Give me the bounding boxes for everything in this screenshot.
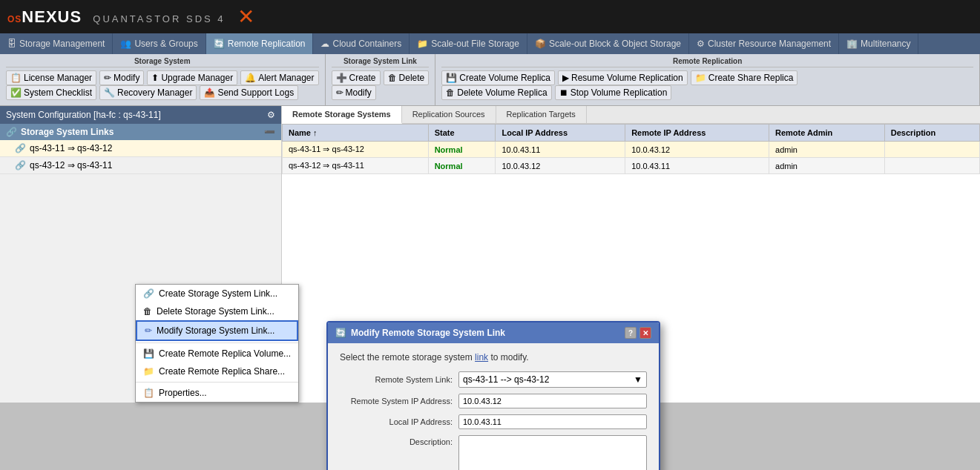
modify-link-button[interactable]: ✏ Modify: [332, 85, 376, 100]
alert-manager-button[interactable]: 🔔 Alert Manager: [240, 70, 318, 85]
tab-multi[interactable]: 🏢 Multitenancy: [839, 33, 918, 54]
tab-scaleblock[interactable]: 📦 Scale-out Block & Object Storage: [527, 33, 689, 54]
create-link-button[interactable]: ➕ Create: [332, 70, 381, 85]
toolbar: Storage System 📋 License Manager ✏ Modif…: [0, 54, 980, 106]
context-create-link[interactable]: 🔗 Create Storage System Link...: [136, 285, 298, 302]
dialog-header: 🔄 Modify Remote Storage System Link ? ✕: [328, 322, 659, 343]
description-label: Description:: [340, 435, 458, 446]
remote-ip-input[interactable]: [458, 394, 647, 408]
logs-icon: 📤: [204, 87, 215, 98]
tab-remote-storage-systems[interactable]: Remote Storage Systems: [282, 106, 402, 124]
tab-replication-targets[interactable]: Replication Targets: [496, 106, 587, 123]
row2-desc: [884, 158, 979, 174]
collapse-icon[interactable]: ➖: [264, 127, 275, 137]
delete-volume-replica-button[interactable]: 🗑 Delete Volume Replica: [441, 85, 551, 100]
row1-desc: [884, 142, 979, 158]
logs-label: Send Support Logs: [217, 87, 294, 98]
tab-multi-label: Multitenancy: [861, 39, 910, 49]
row2-state: Normal: [428, 158, 496, 174]
modify-link-dialog: 🔄 Modify Remote Storage System Link ? ✕ …: [326, 321, 660, 470]
dialog-description: Select the remote storage system link to…: [340, 352, 647, 363]
row1-admin: admin: [769, 142, 885, 158]
tab-scalefile-label: Scale-out File Storage: [431, 39, 519, 49]
remote-link-dropdown[interactable]: qs-43-11 --> qs-43-12 ▼: [458, 371, 647, 388]
ctx-props-label: Properties...: [159, 388, 207, 398]
link1-icon: 🔗: [15, 143, 26, 153]
ctx-modify-label: Modify Storage System Link...: [157, 325, 274, 336]
stop-label: Stop Volume Replication: [570, 87, 668, 98]
sidebar-header: System Configuration [ha-fc : qs-43-11] …: [0, 106, 281, 124]
description-textarea[interactable]: [458, 435, 647, 470]
resume-icon: ▶: [562, 73, 569, 83]
toolbar-row2-replication: 🗑 Delete Volume Replica ⏹ Stop Volume Re…: [441, 85, 973, 100]
dialog-desc-link: link: [475, 352, 488, 363]
context-create-replica-volume[interactable]: 💾 Create Remote Replica Volume...: [136, 345, 298, 363]
recovery-manager-button[interactable]: 🔧 Recovery Manager: [99, 85, 197, 100]
upgrade-label: Upgrade Manager: [161, 73, 233, 83]
tab-replication-sources[interactable]: Replication Sources: [402, 106, 496, 123]
sidebar-item-link1[interactable]: 🔗 qs-43-11 ⇒ qs-43-12: [0, 140, 281, 157]
resume-label: Resume Volume Replication: [571, 73, 683, 83]
system-checklist-button[interactable]: ✅ System Checklist: [6, 85, 96, 100]
tab-storage[interactable]: 🗄 Storage Management: [0, 33, 113, 54]
delete-link-label: Delete: [399, 73, 425, 83]
tab-storage-label: Storage Management: [19, 39, 105, 49]
context-modify-link[interactable]: ✏ Modify Storage System Link...: [136, 320, 298, 341]
send-logs-button[interactable]: 📤 Send Support Logs: [200, 85, 298, 100]
storage-icon: 🗄: [7, 39, 16, 49]
logo-os: OS: [7, 14, 22, 24]
cloud-icon: ☁: [320, 39, 329, 49]
dialog-header-icons: ? ✕: [625, 327, 651, 339]
dialog-close-button[interactable]: ✕: [639, 327, 651, 339]
ctx-props-icon: 📋: [143, 388, 154, 398]
create-vol-replica-label: Create Volume Replica: [459, 73, 550, 83]
logo-nexus: NEXUS: [22, 7, 82, 26]
create-link-label: Create: [349, 73, 376, 83]
multi-icon: 🏢: [846, 39, 858, 49]
create-vol-replica-icon: 💾: [446, 73, 457, 83]
tab-cluster[interactable]: ⚙ Cluster Resource Management: [689, 33, 839, 54]
table-row[interactable]: qs-43-11 ⇒ qs-43-12 Normal 10.0.43.11 10…: [283, 142, 980, 158]
ctx-replica-vol-label: Create Remote Replica Volume...: [159, 348, 291, 359]
row1-remote-ip: 10.0.43.12: [625, 142, 769, 158]
toolbar-row1-link: ➕ Create 🗑 Delete: [332, 70, 430, 85]
modify-storage-icon: ✏: [104, 73, 111, 83]
content-tabs: Remote Storage Systems Replication Sourc…: [282, 106, 980, 124]
dialog-help-button[interactable]: ?: [625, 327, 637, 339]
create-volume-replica-button[interactable]: 💾 Create Volume Replica: [441, 70, 555, 85]
context-create-replica-share[interactable]: 📁 Create Remote Replica Share...: [136, 363, 298, 380]
local-ip-input[interactable]: [458, 414, 647, 429]
modify-storage-button[interactable]: ✏ Modify: [99, 70, 144, 85]
context-separator1: [136, 342, 298, 343]
row2-name: qs-43-12 ⇒ qs-43-11: [283, 158, 429, 174]
dialog-icon: 🔄: [335, 328, 346, 338]
modify-link-icon: ✏: [336, 87, 343, 98]
alert-label: Alert Manager: [258, 73, 314, 83]
tab-users[interactable]: 👥 Users & Groups: [113, 33, 205, 54]
upgrade-manager-button[interactable]: ⬆ Upgrade Manager: [147, 70, 237, 85]
stop-volume-replication-button[interactable]: ⏹ Stop Volume Replication: [555, 85, 672, 100]
tab-scalefile[interactable]: 📁 Scale-out File Storage: [410, 33, 527, 54]
dialog-container: 🔄 Modify Remote Storage System Link ? ✕ …: [326, 321, 660, 470]
col-local-ip: Local IP Address: [496, 125, 625, 142]
tab-replication-label: Remote Replication: [228, 39, 306, 49]
form-row-remote-ip: Remote System IP Address:: [340, 394, 647, 408]
link2-icon: 🔗: [15, 160, 26, 171]
sidebar-item-link2[interactable]: 🔗 qs-43-12 ⇒ qs-43-11: [0, 157, 281, 174]
tab-cloud[interactable]: ☁ Cloud Containers: [313, 33, 410, 54]
delete-link-button[interactable]: 🗑 Delete: [384, 70, 430, 85]
context-properties[interactable]: 📋 Properties...: [136, 384, 298, 402]
toolbar-section-replication: Remote Replication 💾 Create Volume Repli…: [435, 54, 980, 105]
context-delete-link[interactable]: 🗑 Delete Storage System Link...: [136, 302, 298, 320]
resume-volume-replication-button[interactable]: ▶ Resume Volume Replication: [558, 70, 688, 85]
table-row[interactable]: qs-43-12 ⇒ qs-43-11 Normal 10.0.43.12 10…: [283, 158, 980, 174]
create-share-replica-button[interactable]: 📁 Create Share Replica: [691, 70, 798, 85]
license-manager-button[interactable]: 📋 License Manager: [6, 70, 96, 85]
col-name: Name ↑: [283, 125, 429, 142]
create-link-icon: ➕: [336, 73, 347, 83]
app-logo: OSNEXUS QUANTASTOR SDS 4: [7, 7, 226, 27]
tab-replication[interactable]: 🔄 Remote Replication: [206, 33, 314, 54]
create-share-label: Create Share Replica: [708, 73, 794, 83]
toolbar-row1-replication: 💾 Create Volume Replica ▶ Resume Volume …: [441, 70, 973, 85]
link-section-icon: 🔗: [6, 127, 17, 137]
